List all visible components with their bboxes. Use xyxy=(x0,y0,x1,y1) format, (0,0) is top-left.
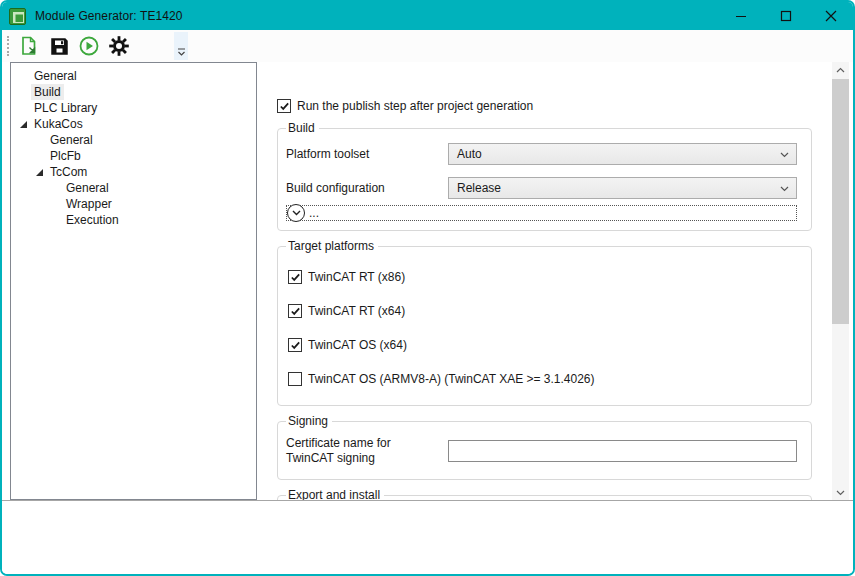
sidebar-tree: General Build PLC Library KukaCos xyxy=(10,62,257,500)
tree-item-label: General xyxy=(47,132,96,148)
expander-circle xyxy=(287,204,305,222)
platform-label: TwinCAT OS (ARMV8-A) (TwinCAT XAE >= 3.1… xyxy=(308,372,595,386)
platform-toolset-select[interactable]: Auto xyxy=(448,143,797,165)
main-area: General Build PLC Library KukaCos xyxy=(2,62,853,500)
platform-label: TwinCAT OS (x64) xyxy=(308,338,407,352)
minimize-button[interactable] xyxy=(718,2,763,30)
tree-item[interactable]: Execution xyxy=(11,212,256,228)
tree-item-label: PLC Library xyxy=(31,100,100,116)
window-title: Module Generator: TE1420 xyxy=(35,9,183,23)
new-file-icon xyxy=(18,35,40,57)
save-button[interactable] xyxy=(45,32,73,60)
close-icon xyxy=(825,10,837,22)
maximize-icon xyxy=(780,10,792,22)
tree-item[interactable]: TcCom xyxy=(11,164,256,180)
run-icon xyxy=(78,35,100,57)
settings-panel: Run the publish step after project gener… xyxy=(257,62,832,500)
scrollbar-track[interactable] xyxy=(832,77,849,485)
certificate-name-input[interactable] xyxy=(448,440,797,462)
tree-item-label: KukaCos xyxy=(31,116,86,132)
vertical-scrollbar[interactable] xyxy=(832,62,849,500)
tree-item-label: TcCom xyxy=(47,164,90,180)
tree-item[interactable]: Build xyxy=(11,84,256,100)
tree-item-label: General xyxy=(63,180,112,196)
chevron-down-icon xyxy=(780,152,789,158)
platform-toolset-label: Platform toolset xyxy=(286,147,448,162)
checkbox-icon xyxy=(288,304,302,318)
build-configuration-value: Release xyxy=(457,181,501,195)
target-platforms-group: Target platforms TwinCAT RT (x86) TwinCA… xyxy=(277,239,812,406)
settings-button[interactable] xyxy=(105,32,133,60)
new-module-button[interactable] xyxy=(15,32,43,60)
target-platforms-title: Target platforms xyxy=(286,239,378,253)
save-icon xyxy=(49,36,70,57)
chevron-down-icon xyxy=(780,186,789,192)
toolbar-grip[interactable] xyxy=(7,36,9,56)
build-group-title: Build xyxy=(286,121,319,135)
tree-item[interactable]: KukaCos xyxy=(11,116,256,132)
tree-item-label: Wrapper xyxy=(63,196,115,212)
tree-item[interactable]: PlcFb xyxy=(11,148,256,164)
tree-item[interactable]: General xyxy=(11,68,256,84)
toolbar xyxy=(2,30,853,62)
chevron-up-icon xyxy=(836,67,845,73)
tree-item[interactable]: PLC Library xyxy=(11,100,256,116)
tree-item-label: PlcFb xyxy=(47,148,84,164)
checkbox-icon xyxy=(288,338,302,352)
platform-label: TwinCAT RT (x64) xyxy=(308,304,405,318)
toolbar-overflow-button[interactable] xyxy=(174,32,188,60)
tree-item[interactable]: General xyxy=(11,132,256,148)
platform-checkbox[interactable]: TwinCAT OS (x64) xyxy=(288,338,797,352)
publish-step-label: Run the publish step after project gener… xyxy=(297,99,533,113)
signing-group-title: Signing xyxy=(286,414,332,428)
module-generator-window: Module Generator: TE1420 xyxy=(0,0,855,576)
publish-step-checkbox[interactable]: Run the publish step after project gener… xyxy=(277,99,812,113)
certificate-name-label: Certificate name for TwinCAT signing xyxy=(286,436,448,466)
footer-area xyxy=(2,501,853,574)
checkbox-icon xyxy=(288,372,302,386)
platform-checkbox[interactable]: TwinCAT RT (x86) xyxy=(288,270,797,284)
tree-item[interactable]: Wrapper xyxy=(11,196,256,212)
signing-group: Signing Certificate name for TwinCAT sig… xyxy=(277,414,812,480)
build-group: Build Platform toolset Auto Build config… xyxy=(277,121,812,231)
export-install-group: Export and install TMX archive path Adva… xyxy=(277,488,812,500)
app-icon xyxy=(9,8,26,25)
tree-item-label: General xyxy=(31,68,80,84)
build-more-label: ... xyxy=(309,206,319,220)
tree-expander-icon[interactable] xyxy=(31,168,47,177)
export-install-title: Export and install xyxy=(286,488,384,500)
checkbox-icon xyxy=(288,270,302,284)
build-configuration-label: Build configuration xyxy=(286,181,448,196)
chevron-down-icon xyxy=(292,210,301,216)
build-configuration-select[interactable]: Release xyxy=(448,177,797,199)
tree-item-label: Execution xyxy=(63,212,122,228)
scrollbar-thumb[interactable] xyxy=(832,79,849,324)
scroll-up-button[interactable] xyxy=(832,62,849,77)
gear-icon xyxy=(108,35,130,57)
close-button[interactable] xyxy=(808,2,853,30)
build-more-expander[interactable]: ... xyxy=(286,205,797,221)
tree-item[interactable]: General xyxy=(11,180,256,196)
minimize-icon xyxy=(735,10,747,22)
tree-expander-icon[interactable] xyxy=(15,120,31,129)
checkbox-icon xyxy=(277,99,291,113)
platform-checkbox[interactable]: TwinCAT RT (x64) xyxy=(288,304,797,318)
tree-item-label: Build xyxy=(31,84,64,100)
platform-label: TwinCAT RT (x86) xyxy=(308,270,405,284)
overflow-chevron-icon xyxy=(177,48,186,57)
scroll-down-button[interactable] xyxy=(832,485,849,500)
run-button[interactable] xyxy=(75,32,103,60)
platform-checkbox[interactable]: TwinCAT OS (ARMV8-A) (TwinCAT XAE >= 3.1… xyxy=(288,372,797,386)
titlebar: Module Generator: TE1420 xyxy=(2,2,853,30)
maximize-button[interactable] xyxy=(763,2,808,30)
chevron-down-icon xyxy=(836,490,845,496)
platform-toolset-value: Auto xyxy=(457,147,482,161)
